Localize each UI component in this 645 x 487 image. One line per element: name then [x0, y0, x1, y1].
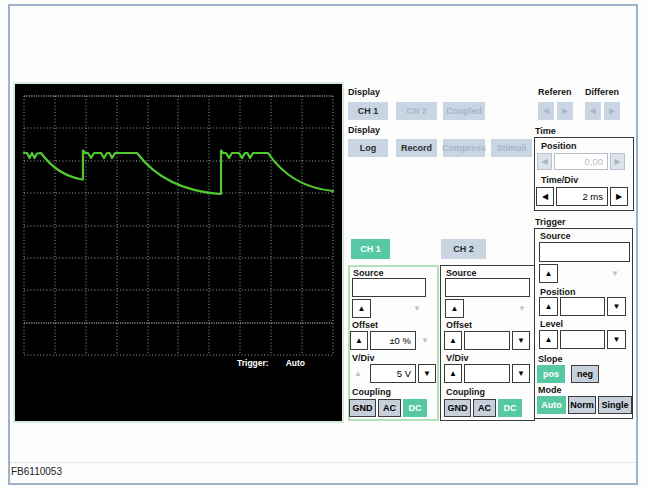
right-arrow-icon: ▶: [614, 158, 620, 166]
down-arrow-icon: ▼: [423, 370, 431, 378]
trigger-position-label: Position: [540, 287, 576, 297]
trigger-position-field[interactable]: [560, 297, 605, 316]
ch2-source-up-button[interactable]: ▲: [445, 299, 464, 318]
up-arrow-icon: ▲: [355, 337, 363, 345]
ch2-coupling-ac-button[interactable]: AC: [473, 399, 496, 417]
ch1-offset-field[interactable]: ±0 %: [370, 331, 416, 350]
trigger-slope-label: Slope: [538, 354, 563, 364]
up-arrow-icon: ▲: [545, 270, 553, 278]
trigger-source-field[interactable]: [539, 242, 630, 262]
trigger-position-up-button[interactable]: ▲: [539, 297, 558, 316]
figure-code: FB6110053: [11, 466, 62, 477]
scope-app-window: Trigger: Auto Display CH 1 CH 2 Coupled …: [0, 0, 645, 487]
down-arrow-icon: ▼: [517, 337, 525, 345]
ch2-coupling-gnd-button[interactable]: GND: [444, 399, 471, 417]
trigger-mode-auto-button[interactable]: Auto: [537, 396, 566, 414]
referen-next-button: ▶: [557, 102, 573, 120]
down-arrow-icon: ▼: [613, 336, 621, 344]
right-arrow-icon: ▶: [609, 107, 614, 115]
time-div-decrement-button[interactable]: ◀: [536, 187, 554, 206]
ch2-vdiv-label: V/Div: [446, 353, 469, 363]
ch2-vdiv-down-button[interactable]: ▼: [512, 364, 530, 383]
trigger-mode-label: Mode: [538, 385, 562, 395]
ch2-source-field[interactable]: [445, 278, 530, 297]
display-coupled-button[interactable]: Coupled: [443, 102, 485, 120]
ch2-coupling-label: Coupling: [446, 387, 485, 397]
ch1-offset-up-button[interactable]: ▲: [350, 331, 368, 350]
trigger-status-value: Auto: [286, 358, 305, 368]
ch2-source-down-button: ▼: [514, 301, 530, 316]
ch2-vdiv-up-button[interactable]: ▲: [444, 364, 462, 383]
waveform-plot: [15, 84, 342, 421]
trigger-status: Trigger: Auto: [237, 358, 305, 368]
trigger-level-up-button[interactable]: ▲: [539, 330, 558, 349]
ch2-offset-up-button[interactable]: ▲: [444, 331, 462, 350]
down-arrow-icon: ▼: [613, 303, 621, 311]
left-arrow-icon: ◀: [590, 107, 595, 115]
right-arrow-icon: ▶: [562, 107, 567, 115]
ch2-offset-label: Offset: [446, 320, 472, 330]
trigger-source-up-button[interactable]: ▲: [539, 264, 558, 283]
differen-title: Differen: [585, 87, 619, 97]
ch1-vdiv-down-button[interactable]: ▼: [418, 364, 436, 383]
ch1-vdiv-up-button: ▲: [350, 366, 366, 381]
down-arrow-icon: ▼: [518, 305, 526, 313]
up-arrow-icon: ▲: [451, 305, 459, 313]
ch2-vdiv-field[interactable]: [464, 364, 510, 383]
oscilloscope-display: Trigger: Auto: [13, 82, 344, 423]
tab-ch2[interactable]: CH 2: [441, 239, 486, 259]
trigger-level-label: Level: [540, 319, 563, 329]
differen-next-button: ▶: [604, 102, 620, 120]
ch1-coupling-label: Coupling: [352, 387, 391, 397]
tab-ch1[interactable]: CH 1: [351, 239, 390, 259]
ch1-vdiv-field[interactable]: 5 V: [370, 364, 416, 383]
grid-lines: [24, 96, 333, 355]
trigger-position-down-button[interactable]: ▼: [607, 297, 626, 316]
ch2-coupling-dc-button[interactable]: DC: [498, 399, 522, 417]
ch1-coupling-gnd-button[interactable]: GND: [349, 399, 376, 417]
time-div-increment-button[interactable]: ▶: [610, 187, 628, 206]
display-compress-button[interactable]: Compress: [443, 139, 485, 157]
trigger-mode-norm-button[interactable]: Norm: [568, 396, 596, 414]
ch2-source-label: Source: [446, 268, 477, 278]
display-channels-title: Display: [348, 87, 380, 97]
trigger-slope-pos-button[interactable]: pos: [537, 365, 565, 383]
up-arrow-icon: ▲: [449, 370, 457, 378]
trigger-level-field[interactable]: [560, 330, 605, 349]
up-arrow-icon: ▲: [449, 337, 457, 345]
time-div-label: Time/Div: [541, 175, 578, 185]
display-ch1-button[interactable]: CH 1: [348, 102, 388, 120]
ch2-offset-down-button[interactable]: ▼: [512, 331, 530, 350]
ch1-coupling-dc-button[interactable]: DC: [403, 399, 427, 417]
time-position-label: Position: [541, 141, 577, 151]
time-div-field[interactable]: 2 ms: [556, 187, 608, 206]
ch1-offset-down-button: ▼: [417, 333, 433, 348]
ch1-source-up-button[interactable]: ▲: [352, 299, 371, 318]
time-title: Time: [535, 126, 556, 136]
footer-divider: [10, 462, 636, 463]
down-arrow-icon: ▼: [421, 337, 429, 345]
display-modes-title: Display: [348, 125, 380, 135]
trigger-slope-neg-button[interactable]: neg: [571, 365, 599, 383]
down-arrow-icon: ▼: [517, 370, 525, 378]
ch1-coupling-ac-button[interactable]: AC: [378, 399, 401, 417]
down-arrow-icon: ▼: [413, 305, 421, 313]
display-record-button[interactable]: Record: [396, 139, 437, 157]
left-arrow-icon: ◀: [543, 107, 548, 115]
ch2-offset-field[interactable]: [464, 331, 510, 350]
ch1-source-field[interactable]: [352, 278, 426, 297]
trigger-title: Trigger: [535, 217, 566, 227]
display-ch2-button[interactable]: CH 2: [396, 102, 437, 120]
ch1-vdiv-label: V/Div: [352, 353, 375, 363]
display-log-button[interactable]: Log: [348, 139, 388, 157]
trigger-level-down-button[interactable]: ▼: [607, 330, 626, 349]
trigger-source-label: Source: [540, 231, 571, 241]
differen-prev-button: ◀: [585, 102, 601, 120]
ch1-offset-label: Offset: [352, 320, 378, 330]
down-arrow-icon: ▼: [611, 270, 619, 278]
display-stimuli-button[interactable]: Stimuli: [491, 139, 532, 157]
time-position-increment-button: ▶: [610, 153, 625, 170]
trigger-source-down-button: ▼: [606, 266, 624, 281]
left-arrow-icon: ◀: [541, 158, 547, 166]
trigger-mode-single-button[interactable]: Single: [598, 396, 632, 414]
